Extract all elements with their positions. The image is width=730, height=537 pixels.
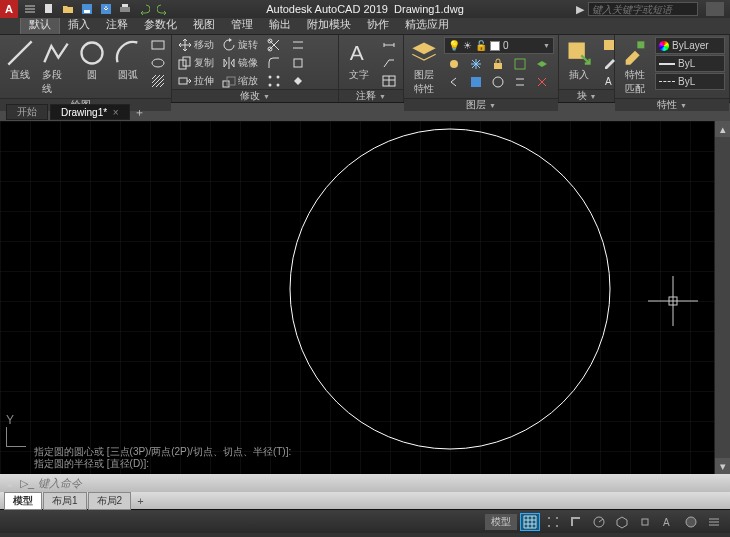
rotate-tool[interactable]: 旋转 [220, 37, 260, 53]
svg-rect-11 [179, 78, 187, 84]
fillet-icon[interactable] [264, 55, 284, 71]
isodraft-icon[interactable] [612, 513, 632, 531]
ortho-mode-icon[interactable] [566, 513, 586, 531]
save-icon[interactable] [79, 1, 95, 17]
layer-color-swatch [490, 41, 500, 51]
layer-properties-button[interactable]: 图层 特性 [408, 37, 440, 98]
layer-freeze-icon[interactable] [466, 56, 486, 72]
ellipse-icon[interactable] [148, 55, 168, 71]
svg-rect-29 [604, 40, 614, 50]
svg-rect-39 [642, 519, 648, 525]
chevron-down-icon[interactable]: ▼ [543, 42, 550, 49]
polyline-icon [42, 39, 70, 67]
sign-in-icon[interactable] [706, 2, 724, 16]
panel-label: 块 [577, 89, 587, 103]
color-selector[interactable]: ByLayer [655, 37, 725, 54]
expand-icon[interactable]: ▴ [3, 476, 17, 490]
svg-point-8 [152, 59, 164, 67]
move-tool[interactable]: 移动 [176, 37, 216, 53]
circle-icon [78, 39, 106, 67]
erase-icon[interactable] [288, 73, 308, 89]
vertical-scrollbar[interactable]: ▴ ▾ [714, 121, 730, 474]
tab-drawing[interactable]: Drawing1* × [50, 104, 130, 120]
chevron-down-icon[interactable]: ▼ [263, 93, 270, 100]
text-tool[interactable]: A 文字 [343, 37, 375, 84]
layout-tab-1[interactable]: 布局1 [43, 492, 87, 510]
array-icon[interactable] [264, 73, 284, 89]
layer-state-icon[interactable] [466, 74, 486, 90]
mirror-tool[interactable]: 镜像 [220, 55, 260, 71]
linetype-selector[interactable]: ByL [655, 73, 725, 90]
arc-tool[interactable]: 圆弧 [112, 37, 144, 84]
explode-icon[interactable] [288, 55, 308, 71]
new-icon[interactable] [41, 1, 57, 17]
insert-block-button[interactable]: 插入 [563, 37, 595, 84]
scroll-down-icon[interactable]: ▾ [715, 458, 730, 474]
svg-rect-12 [223, 81, 229, 87]
snap-mode-icon[interactable] [543, 513, 563, 531]
layer-match-icon[interactable] [510, 56, 530, 72]
layer-delete-icon[interactable] [532, 74, 552, 90]
lineweight-selector[interactable]: ByL [655, 55, 725, 72]
new-tab-button[interactable]: ＋ [132, 104, 148, 120]
saveas-icon[interactable] [98, 1, 114, 17]
undo-icon[interactable] [136, 1, 152, 17]
svg-rect-25 [515, 59, 525, 69]
offset-icon[interactable] [288, 37, 308, 53]
layer-lock-icon[interactable] [488, 56, 508, 72]
customization-icon[interactable] [704, 513, 724, 531]
rectangle-icon[interactable] [148, 37, 168, 53]
svg-point-16 [269, 76, 272, 79]
app-logo[interactable]: A [0, 0, 18, 18]
svg-point-6 [82, 43, 103, 64]
osnap-icon[interactable] [635, 513, 655, 531]
command-history: 指定圆的圆心或 [三点(3P)/两点(2P)/切点、切点、半径(T)]: 指定圆… [34, 446, 291, 470]
trim-icon[interactable] [264, 37, 284, 53]
chevron-down-icon[interactable]: ▼ [590, 93, 597, 100]
redo-icon[interactable] [155, 1, 171, 17]
svg-rect-24 [494, 63, 502, 69]
close-icon[interactable]: × [113, 107, 119, 118]
dimension-icon[interactable] [379, 37, 399, 53]
qat-menu-icon[interactable] [22, 1, 38, 17]
tab-start[interactable]: 开始 [6, 104, 48, 120]
annotation-scale-icon[interactable]: A [658, 513, 678, 531]
layer-merge-icon[interactable] [510, 74, 530, 90]
table-icon[interactable] [379, 73, 399, 89]
hatch-icon[interactable] [148, 73, 168, 89]
open-icon[interactable] [60, 1, 76, 17]
layer-walk-icon[interactable] [488, 74, 508, 90]
svg-text:A: A [605, 76, 612, 87]
copy-tool[interactable]: 复制 [176, 55, 216, 71]
circle-tool[interactable]: 圆 [76, 37, 108, 84]
chevron-down-icon[interactable]: ▼ [680, 102, 687, 109]
svg-rect-0 [45, 4, 52, 13]
svg-point-27 [493, 77, 503, 87]
search-input[interactable] [588, 2, 698, 16]
command-input[interactable] [34, 477, 730, 489]
leader-icon[interactable] [379, 55, 399, 71]
scale-tool[interactable]: 缩放 [220, 73, 260, 89]
layout-tab-2[interactable]: 布局2 [88, 492, 132, 510]
model-space-button[interactable]: 模型 [485, 514, 517, 530]
drawing-canvas[interactable]: Y 指定圆的圆心或 [三点(3P)/两点(2P)/切点、切点、半径(T)]: 指… [0, 121, 730, 492]
stretch-tool[interactable]: 拉伸 [176, 73, 216, 89]
plot-icon[interactable] [117, 1, 133, 17]
grid-display-icon[interactable] [520, 513, 540, 531]
match-properties-button[interactable]: 特性 匹配 [619, 37, 651, 98]
ucs-icon: Y [6, 413, 26, 450]
layer-off-icon[interactable] [444, 56, 464, 72]
line-tool[interactable]: 直线 [4, 37, 36, 84]
add-layout-button[interactable]: + [132, 494, 148, 508]
polar-tracking-icon[interactable] [589, 513, 609, 531]
chevron-down-icon[interactable]: ▼ [489, 102, 496, 109]
chevron-down-icon[interactable]: ▼ [379, 93, 386, 100]
layer-selector[interactable]: 💡 ☀ 🔓 0 ▼ [444, 37, 554, 54]
layer-prev-icon[interactable] [444, 74, 464, 90]
polyline-tool[interactable]: 多段线 [40, 37, 72, 98]
scroll-up-icon[interactable]: ▴ [715, 121, 730, 137]
layer-iso-icon[interactable] [532, 56, 552, 72]
workspace-switch-icon[interactable] [681, 513, 701, 531]
layout-tab-0[interactable]: 模型 [4, 492, 42, 510]
insert-icon [565, 39, 593, 67]
